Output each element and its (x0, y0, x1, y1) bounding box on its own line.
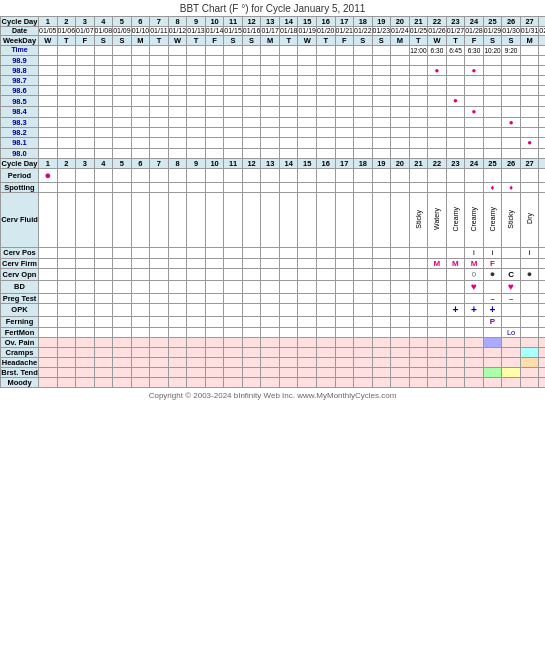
cf-watery: Watery (433, 208, 441, 230)
temp-row-989: 98.9 98.9 (1, 55, 546, 65)
ov-pain-row: Ov. Pain Ov. Pain (1, 337, 546, 347)
cd-14: 14 (279, 17, 298, 27)
ov-pain-label: Ov. Pain (1, 337, 39, 347)
copyright-text: Copyright © 2003-2024 bInfinity Web Inc.… (0, 388, 545, 403)
cycle-day-footer-row: Cycle Day 123 456 789 101112 131415 1617… (1, 158, 546, 168)
headache-row: Headache Headache (1, 357, 546, 367)
headache-label: Headache (1, 357, 39, 367)
temp-row-981: 98.1 ● 98.1 (1, 138, 546, 149)
cd-20: 20 (391, 17, 410, 27)
temp-row-980: 98.0 98.0 (1, 148, 546, 158)
cf-dry: Dry (526, 213, 534, 224)
cd-18: 18 (354, 17, 373, 27)
ferning-row: Ferning P Ferning (1, 316, 546, 327)
cd-11: 11 (224, 17, 243, 27)
cerv-pos-label: Cerv Pos (1, 247, 39, 258)
page-title: BBT Chart (F °) for Cycle January 5, 201… (0, 0, 545, 16)
bd-label: BD (1, 280, 39, 293)
cd-19: 19 (372, 17, 391, 27)
bd-row: BD ♥ ♥ BD (1, 280, 546, 293)
time-label: Time (1, 46, 39, 55)
fertmon-label: FertMon (1, 327, 39, 337)
preg-test-row: Preg Test – – Preg Test (1, 293, 546, 303)
cf-creamy2: Creamy (470, 207, 478, 232)
cerv-pos-row: Cerv Pos i i i Cerv Pos (1, 247, 546, 258)
cramps-label: Cramps (1, 347, 39, 357)
temp-dot-col24: ● (465, 65, 484, 76)
cd-13: 13 (261, 17, 280, 27)
cd-4: 4 (94, 17, 113, 27)
temp-row-982: 98.2 98.2 (1, 128, 546, 138)
date-label: Date (1, 27, 39, 36)
temp-row-987: 98.7 98.7 (1, 76, 546, 86)
temp-row-986: 98.6 98.6 (1, 86, 546, 96)
cd-15: 15 (298, 17, 317, 27)
cd-1: 1 (39, 17, 58, 27)
temp-dot-col21: ● (428, 65, 447, 76)
weekday-label: WeekDay (1, 36, 39, 46)
temp-row-985: 98.5 ● 98.5 (1, 96, 546, 107)
cd-22: 22 (428, 17, 447, 27)
moody-label: Moody (1, 377, 39, 387)
cf-sticky2: Sticky (507, 210, 515, 229)
cd-5: 5 (113, 17, 132, 27)
cerv-firm-row: Cerv Firm M M M F Cerv Firm (1, 258, 546, 269)
fertmon-row: FertMon Lo FertMon (1, 327, 546, 337)
cd-27: 27 (520, 17, 539, 27)
cf-sticky1: Sticky (415, 210, 423, 229)
cf-creamy3: Creamy (489, 207, 497, 232)
temp-row-984: 98.4 ● 98.4 (1, 106, 546, 117)
cycle-day-header-row: Cycle Day 1 2 3 4 5 6 7 8 9 10 11 12 13 … (1, 17, 546, 27)
cd-23: 23 (446, 17, 465, 27)
temp-row-983: 98.3 ● 98.3 (1, 117, 546, 128)
temp-dot-col26: ● (520, 138, 539, 149)
bbt-chart-table: Cycle Day 1 2 3 4 5 6 7 8 9 10 11 12 13 … (0, 16, 545, 388)
cerv-fluid-row: Cerv Fluid Sticky Watery Creamy Creamy C… (1, 192, 546, 247)
date-row: Date 01/05 01/06 01/07 01/08 01/09 01/10… (1, 27, 546, 36)
temp-row-988: 98.8 ● ● 98.8 (1, 65, 546, 76)
ferning-label: Ferning (1, 316, 39, 327)
spotting-row: Spotting ♦ ♦ (1, 182, 546, 192)
cd-24: 24 (465, 17, 484, 27)
cd-17: 17 (335, 17, 354, 27)
cd-21: 21 (409, 17, 428, 27)
cd-16: 16 (316, 17, 335, 27)
cd-12: 12 (242, 17, 261, 27)
opk-row: OPK + + + OPK (1, 303, 546, 316)
cd-6: 6 (131, 17, 150, 27)
cd-10: 10 (205, 17, 224, 27)
cd-25: 25 (483, 17, 502, 27)
cerv-opn-label: Cerv Opn (1, 269, 39, 281)
opk-label: OPK (1, 303, 39, 316)
brst-tend-row: Brst. Tend Brst. Tend (1, 367, 546, 377)
preg-test-label: Preg Test (1, 293, 39, 303)
cerv-fluid-label: Cerv Fluid (1, 192, 39, 247)
cramps-row: Cramps Cramps (1, 347, 546, 357)
cd-1b: 1 (539, 17, 545, 27)
spotting-label: Spotting (1, 182, 39, 192)
temp-dot-col25: ● (502, 117, 521, 128)
cd-2: 2 (57, 17, 76, 27)
cd-7: 7 (150, 17, 169, 27)
cd-9: 9 (187, 17, 206, 27)
cf-creamy1: Creamy (452, 207, 460, 232)
weekday-row: WeekDay W T F S S M T W T F S S M T W T … (1, 36, 546, 46)
cerv-opn-row: Cerv Opn ○ ● C ● Cerv Opn (1, 269, 546, 281)
moody-row: Moody Moody (1, 377, 546, 387)
cd-3: 3 (76, 17, 95, 27)
brst-tend-label: Brst. Tend (1, 367, 39, 377)
period-row: Period ● · · (1, 168, 546, 182)
cerv-firm-label: Cerv Firm (1, 258, 39, 269)
temp-dot-col22: ● (446, 96, 465, 107)
page-container: BBT Chart (F °) for Cycle January 5, 201… (0, 0, 545, 403)
cd-8: 8 (168, 17, 187, 27)
cd-26: 26 (502, 17, 521, 27)
temp-dot-col23: ● (465, 106, 484, 117)
time-row: Time 12:00 6:30 6:45 6:30 10:20 9:20 Tim… (1, 46, 546, 55)
period-label: Period (1, 168, 39, 182)
cycle-day-label: Cycle Day (1, 17, 39, 27)
